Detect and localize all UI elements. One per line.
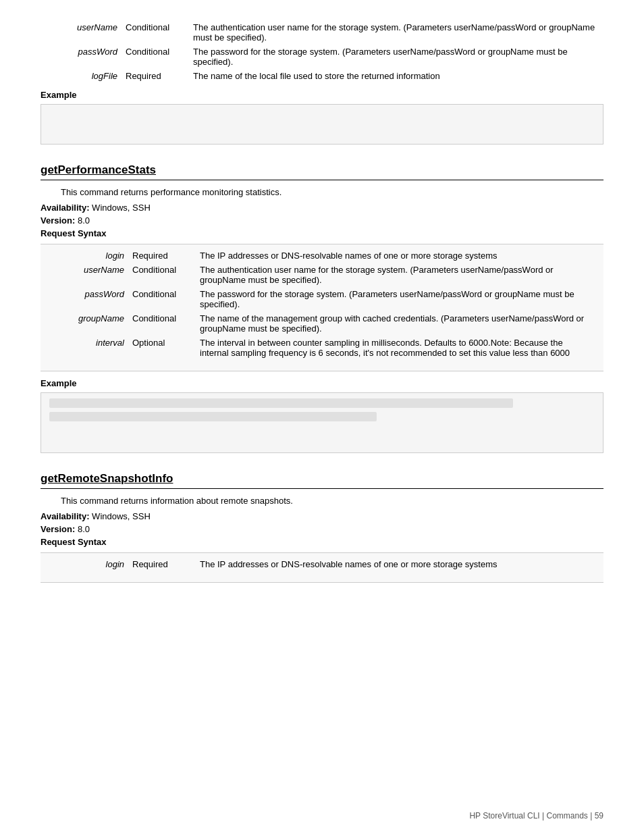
section2-desc: This command returns information about r… xyxy=(61,496,603,506)
section1-availability: Availability: Windows, SSH xyxy=(41,203,603,213)
footer-brand: HP StoreVirtual CLI xyxy=(469,811,539,820)
section1-params-table: login Required The IP addresses or DNS-r… xyxy=(47,249,597,360)
param-name: login xyxy=(47,557,128,571)
param-desc: The IP addresses or DNS-resolvable names… xyxy=(196,249,597,263)
section1-example-label: Example xyxy=(41,378,603,388)
example-line-2 xyxy=(49,412,377,421)
section1-example-box xyxy=(41,392,603,453)
table-row: interval Optional The interval in betwee… xyxy=(47,336,597,360)
table-row: groupName Conditional The name of the ma… xyxy=(47,311,597,336)
param-req: Required xyxy=(128,557,196,571)
section2-version: Version: 8.0 xyxy=(41,524,603,534)
param-req: Conditional xyxy=(128,263,196,287)
section2-rule xyxy=(41,488,603,489)
table-row: passWord Conditional The password for th… xyxy=(47,287,597,311)
param-name: userName xyxy=(41,20,122,45)
param-desc: The name of the local file used to store… xyxy=(189,69,603,83)
table-row: login Required The IP addresses or DNS-r… xyxy=(47,249,597,263)
top-params-table: userName Conditional The authentication … xyxy=(41,20,603,83)
top-example-label: Example xyxy=(41,90,603,100)
section1-syntax-box: login Required The IP addresses or DNS-r… xyxy=(41,244,603,371)
section1-syntax-label: Request Syntax xyxy=(41,228,603,238)
param-req: Optional xyxy=(128,336,196,360)
section1-version: Version: 8.0 xyxy=(41,215,603,226)
param-req: Required xyxy=(122,69,189,83)
section1-title: getPerformanceStats xyxy=(41,163,603,177)
page: userName Conditional The authentication … xyxy=(0,0,644,834)
section2-title: getRemoteSnapshotInfo xyxy=(41,472,603,486)
param-name: passWord xyxy=(47,287,128,311)
footer-commands: Commands xyxy=(546,811,587,820)
param-desc: The password for the storage system. (Pa… xyxy=(196,287,597,311)
param-desc: The name of the management group with ca… xyxy=(196,311,597,336)
param-desc: The IP addresses or DNS-resolvable names… xyxy=(196,557,597,571)
section2-params-table: login Required The IP addresses or DNS-r… xyxy=(47,557,597,571)
section1-rule xyxy=(41,180,603,180)
section2-availability: Availability: Windows, SSH xyxy=(41,511,603,521)
param-name: login xyxy=(47,249,128,263)
param-req: Conditional xyxy=(122,20,189,45)
param-req: Required xyxy=(128,249,196,263)
footer: HP StoreVirtual CLI | Commands | 59 xyxy=(469,811,603,820)
param-name: logFile xyxy=(41,69,122,83)
param-desc: The authentication user name for the sto… xyxy=(196,263,597,287)
table-row: logFile Required The name of the local f… xyxy=(41,69,603,83)
param-desc: The interval in between counter sampling… xyxy=(196,336,597,360)
table-row: login Required The IP addresses or DNS-r… xyxy=(47,557,597,571)
table-row: passWord Conditional The password for th… xyxy=(41,45,603,69)
table-row: userName Conditional The authentication … xyxy=(47,263,597,287)
table-row: userName Conditional The authentication … xyxy=(41,20,603,45)
param-name: interval xyxy=(47,336,128,360)
section2-syntax-label: Request Syntax xyxy=(41,537,603,547)
param-req: Conditional xyxy=(128,311,196,336)
param-desc: The authentication user name for the sto… xyxy=(189,20,603,45)
example-line-1 xyxy=(49,398,513,408)
footer-page: 59 xyxy=(595,811,603,820)
section1-desc: This command returns performance monitor… xyxy=(61,187,603,197)
param-name: groupName xyxy=(47,311,128,336)
param-desc: The password for the storage system. (Pa… xyxy=(189,45,603,69)
top-example-box xyxy=(41,104,603,145)
param-name: passWord xyxy=(41,45,122,69)
param-name: userName xyxy=(47,263,128,287)
param-req: Conditional xyxy=(128,287,196,311)
section2-syntax-box: login Required The IP addresses or DNS-r… xyxy=(41,552,603,583)
param-req: Conditional xyxy=(122,45,189,69)
